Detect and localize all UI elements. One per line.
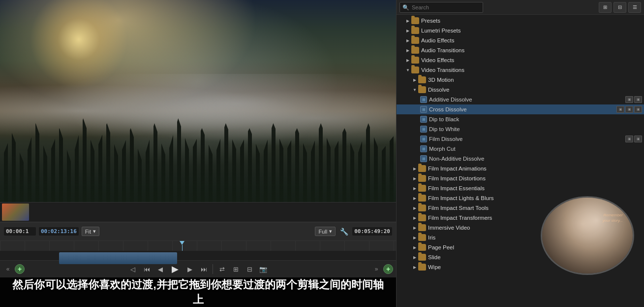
search-input[interactable]: [399, 2, 483, 13]
timeline-ruler: [0, 241, 396, 251]
chevron-icon: ▶: [411, 165, 418, 172]
tree-item-film-impact-essentials[interactable]: ▶Film Impact Essentials: [397, 183, 644, 193]
folder-icon: [411, 37, 419, 44]
playhead[interactable]: [180, 241, 184, 251]
view-medium-icon[interactable]: ⊟: [613, 2, 626, 13]
folder-icon: [418, 205, 426, 211]
wrench-icon[interactable]: 🔧: [338, 226, 349, 237]
tree-item-non-additive-dissolve[interactable]: Non-Additive Dissolve: [397, 154, 644, 164]
folder-icon: [411, 47, 419, 54]
tree-item-presets[interactable]: ▶Presets: [397, 16, 644, 26]
tree-item-film-dissolve[interactable]: Film Dissolve▣▣: [397, 134, 644, 144]
effect-label: Film Dissolve: [429, 136, 625, 142]
expand-left-icon[interactable]: «: [3, 264, 13, 274]
chevron-down-icon: ▾: [329, 228, 332, 235]
add-button-right[interactable]: +: [383, 264, 393, 274]
tree-item-cross-dissolve[interactable]: Cross Dissolve▣▣▣: [397, 104, 644, 114]
action-icon-2[interactable]: ▣: [634, 106, 642, 113]
timeline-tracks: [0, 251, 396, 260]
quality-dropdown[interactable]: Full ▾: [315, 227, 336, 236]
step-back-icon[interactable]: ⏮: [141, 263, 153, 275]
tree-item-dissolve[interactable]: ▼Dissolve: [397, 85, 644, 95]
fit-dropdown[interactable]: Fit ▾: [82, 227, 99, 236]
prev-frame-icon[interactable]: ◀: [154, 263, 166, 275]
thumbnail-strip: [0, 202, 396, 222]
action-icon-1[interactable]: ▣: [634, 136, 642, 142]
tree-item-additive-dissolve[interactable]: Additive Dissolve▣▣: [397, 95, 644, 104]
view-small-icon[interactable]: ⊞: [599, 2, 612, 13]
action-icon-1[interactable]: ▣: [625, 106, 633, 113]
effect-label: Non-Additive Dissolve: [429, 156, 642, 162]
action-icon-0[interactable]: ▣: [616, 106, 624, 113]
step-forward-icon[interactable]: ⏭: [198, 263, 210, 275]
effect-icon: [420, 155, 427, 162]
tree-item-audio-effects[interactable]: ▶Audio Effects: [397, 35, 644, 45]
folder-icon: [411, 17, 419, 24]
tree-item-3d-motion[interactable]: ▶3D Motion: [397, 75, 644, 85]
chevron-icon: ▶: [411, 224, 418, 231]
action-icon-1[interactable]: ▣: [634, 96, 642, 103]
action-icon-0[interactable]: ▣: [625, 136, 633, 142]
webcam-bg-text: Rememberyour story...: [603, 212, 623, 223]
folder-icon: [418, 214, 426, 221]
time-end: 00:05:49:20: [352, 227, 392, 236]
folder-icon: [418, 244, 426, 251]
effect-icon: [420, 126, 427, 133]
chevron-icon: ▶: [411, 195, 418, 202]
track-clip[interactable]: [59, 252, 177, 264]
insert-icon[interactable]: ⊞: [230, 263, 242, 275]
effect-label: Dip to Black: [429, 116, 642, 122]
folder-icon: [411, 27, 419, 34]
loop-icon[interactable]: ⇄: [216, 263, 228, 275]
chevron-icon: ▶: [404, 57, 411, 64]
tree-item-dip-to-white[interactable]: Dip to White: [397, 124, 644, 134]
timeline-area: [0, 240, 396, 260]
subtitle-bar: 然后你可以选择你喜欢的过渡,并把它拖到你想要过渡的两个剪辑之间的时间轴上: [0, 277, 396, 307]
chevron-icon: ▶: [411, 244, 418, 251]
tree-item-film-impact-distortions[interactable]: ▶Film Impact Distortions: [397, 173, 644, 183]
chevron-icon: ▶: [404, 17, 411, 24]
webcam-overlay: Rememberyour story...: [541, 196, 634, 275]
video-preview: [0, 0, 396, 202]
view-list-icon[interactable]: ☰: [628, 2, 641, 13]
folder-icon: [418, 175, 426, 182]
chevron-icon: ▶: [411, 175, 418, 182]
camera-icon[interactable]: 📷: [257, 263, 269, 275]
effect-label: Cross Dissolve: [429, 106, 616, 112]
overwrite-icon[interactable]: ⊟: [244, 263, 255, 275]
folder-icon: [418, 254, 426, 261]
search-wrapper: 🔍: [399, 2, 597, 13]
folder-icon: [418, 264, 426, 271]
tree-item-video-transitions[interactable]: ▼Video Transitions: [397, 65, 644, 75]
add-track-button[interactable]: +: [15, 264, 25, 274]
tree-item-morph-cut[interactable]: Morph Cut: [397, 144, 644, 154]
thumbnail-item[interactable]: [2, 204, 29, 221]
action-icons: ▣▣: [625, 136, 642, 142]
folder-icon: [418, 195, 426, 202]
action-icons: ▣▣▣: [616, 106, 642, 113]
folder-label: Lumetri Presets: [421, 28, 642, 34]
webcam-video: Rememberyour story...: [542, 198, 633, 273]
play-button[interactable]: ▶: [168, 262, 182, 276]
folder-label: Video Transitions: [421, 67, 642, 73]
folder-icon: [418, 224, 426, 231]
effect-icon: [420, 106, 427, 113]
tree-item-video-effects[interactable]: ▶Video Effects: [397, 55, 644, 65]
mark-in-icon[interactable]: ◁: [127, 263, 139, 275]
folder-label: Audio Transitions: [421, 47, 642, 53]
folder-label: Film Impact Distortions: [428, 175, 642, 181]
search-icon: 🔍: [402, 4, 409, 10]
next-frame-icon[interactable]: ▶: [184, 263, 196, 275]
folder-label: Audio Effects: [421, 37, 642, 43]
expand-right-icon[interactable]: »: [371, 264, 381, 274]
playhead-marker: [180, 241, 184, 245]
tree-item-audio-transitions[interactable]: ▶Audio Transitions: [397, 45, 644, 55]
chevron-icon: ▶: [411, 76, 418, 83]
folder-icon: [411, 67, 419, 73]
tree-item-film-impact-animations[interactable]: ▶Film Impact Animations: [397, 164, 644, 173]
chevron-icon: ▶: [411, 214, 418, 221]
action-icon-0[interactable]: ▣: [625, 96, 633, 103]
tree-item-lumetri[interactable]: ▶Lumetri Presets: [397, 26, 644, 35]
tree-item-dip-to-black[interactable]: Dip to Black: [397, 114, 644, 124]
chevron-icon: ▶: [411, 234, 418, 241]
